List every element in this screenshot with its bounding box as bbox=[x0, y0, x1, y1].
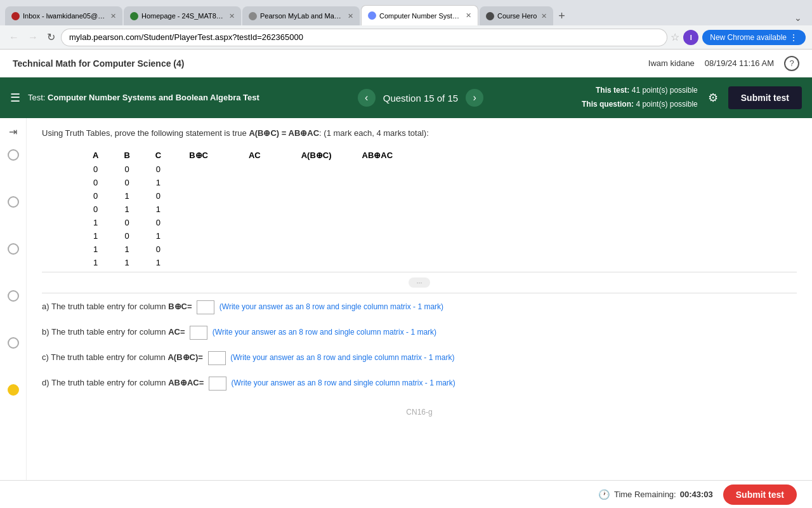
radio-3[interactable] bbox=[8, 243, 19, 255]
table-cell bbox=[286, 256, 347, 269]
browser-chrome: Inbox - lwamkidane05@gm... ✕ Homepage - … bbox=[0, 0, 812, 25]
back-button[interactable]: ← bbox=[6, 30, 22, 44]
tab-mat-close[interactable]: ✕ bbox=[229, 12, 235, 20]
question-points-value: 4 point(s) possible bbox=[636, 100, 697, 109]
table-cell bbox=[347, 189, 409, 203]
table-cell: 0 bbox=[111, 229, 142, 243]
content-area: Using Truth Tables, prove the following … bbox=[27, 118, 812, 480]
table-cell bbox=[347, 203, 409, 216]
part-d-col: AB⊕AC= bbox=[168, 378, 204, 387]
test-header-left: ☰ Test: Computer Number Systems and Bool… bbox=[10, 91, 259, 105]
new-tab-button[interactable]: + bbox=[554, 8, 569, 24]
table-cell bbox=[174, 216, 223, 229]
radio-4[interactable] bbox=[8, 290, 19, 302]
col-ac: AC bbox=[223, 148, 286, 163]
tab-course-hero[interactable]: Course Hero ✕ bbox=[480, 6, 553, 25]
part-c-hint: (Write your answer as an 8 row and singl… bbox=[230, 353, 454, 362]
tab-course-hero-label: Course Hero bbox=[497, 12, 537, 20]
table-divider[interactable]: ··· bbox=[42, 272, 797, 293]
tab-mat[interactable]: Homepage - 24S_MAT800... ✕ bbox=[124, 6, 241, 25]
footer-code: CN16-g bbox=[406, 408, 432, 417]
app-header: Technical Math for Computer Science (4) … bbox=[0, 50, 812, 77]
part-d-input[interactable] bbox=[209, 377, 226, 391]
part-a-label: a) The truth table entry for column bbox=[42, 302, 168, 311]
table-cell bbox=[347, 229, 409, 243]
submit-final-button[interactable]: Submit test bbox=[723, 485, 797, 505]
tab-computer-num-label: Computer Number Systems bbox=[379, 12, 461, 20]
question-points-label: This question: bbox=[582, 100, 634, 109]
table-cell: 0 bbox=[111, 163, 142, 176]
bookmark-button[interactable]: ☆ bbox=[671, 31, 679, 43]
submit-test-header-button[interactable]: Submit test bbox=[728, 86, 802, 109]
table-cell bbox=[286, 216, 347, 229]
chrome-update-label: New Chrome available bbox=[710, 33, 787, 42]
table-cell bbox=[223, 243, 286, 256]
part-a-hint: (Write your answer as an 8 row and singl… bbox=[219, 302, 443, 311]
sidebar: ⇥ bbox=[0, 118, 27, 480]
profile-avatar[interactable]: I bbox=[683, 30, 698, 45]
tab-course-hero-close[interactable]: ✕ bbox=[541, 12, 547, 20]
prev-question-button[interactable]: ‹ bbox=[358, 89, 376, 107]
part-c-input[interactable] bbox=[208, 351, 226, 365]
answer-section-b: b) The truth table entry for column AC= … bbox=[42, 324, 797, 340]
part-b-hint: (Write your answer as an 8 row and singl… bbox=[213, 328, 436, 337]
time-remaining-label: Time Remaining: bbox=[614, 490, 676, 499]
forward-button[interactable]: → bbox=[25, 30, 41, 44]
table-row: 011 bbox=[80, 203, 408, 216]
table-cell bbox=[174, 203, 223, 216]
answer-section-d: d) The truth table entry for column AB⊕A… bbox=[42, 375, 797, 391]
table-row: 010 bbox=[80, 189, 408, 203]
col-bxorc: B⊕C bbox=[174, 148, 223, 163]
radio-5[interactable] bbox=[8, 337, 19, 349]
tab-pearson-mylab[interactable]: Pearson MyLab and Master... ✕ bbox=[242, 6, 360, 25]
tab-mat-label: Homepage - 24S_MAT800... bbox=[141, 12, 225, 20]
menu-button[interactable]: ☰ bbox=[10, 91, 20, 105]
tab-pearson-mylab-label: Pearson MyLab and Master... bbox=[260, 12, 343, 20]
time-value: 00:43:03 bbox=[680, 490, 713, 499]
radio-6-yellow[interactable] bbox=[8, 384, 19, 396]
table-cell: 1 bbox=[111, 189, 142, 203]
table-cell: 0 bbox=[80, 163, 111, 176]
part-b-col: AC= bbox=[168, 327, 185, 337]
table-cell bbox=[223, 216, 286, 229]
table-cell bbox=[286, 229, 347, 243]
table-cell bbox=[174, 229, 223, 243]
col-c: C bbox=[143, 148, 174, 163]
table-cell bbox=[174, 256, 223, 269]
table-cell: 1 bbox=[80, 229, 111, 243]
table-cell bbox=[286, 243, 347, 256]
chrome-update-button[interactable]: New Chrome available ⋮ bbox=[702, 30, 806, 45]
col-abxorac: AB⊕AC bbox=[347, 148, 409, 163]
tab-gmail[interactable]: Inbox - lwamkidane05@gm... ✕ bbox=[5, 6, 122, 25]
part-a-col: B⊕C= bbox=[168, 302, 192, 311]
part-b-input[interactable] bbox=[190, 326, 207, 340]
help-button[interactable]: ? bbox=[784, 56, 799, 71]
question-instruction: Using Truth Tables, prove the following … bbox=[42, 128, 797, 138]
table-cell bbox=[174, 189, 223, 203]
next-question-button[interactable]: › bbox=[466, 89, 483, 107]
collapse-sidebar-button[interactable]: ⇥ bbox=[9, 126, 17, 138]
tab-computer-num[interactable]: Computer Number Systems ✕ bbox=[361, 5, 478, 25]
part-d-label: d) The truth table entry for column bbox=[42, 378, 168, 387]
main-body: ⇥ Using Truth Tables, prove the followin… bbox=[0, 118, 812, 480]
col-a: A bbox=[80, 148, 111, 163]
address-input[interactable] bbox=[62, 29, 667, 46]
part-a-input[interactable] bbox=[197, 300, 214, 314]
expand-button[interactable]: ··· bbox=[409, 277, 429, 288]
question-number: Question 15 of 15 bbox=[383, 93, 458, 104]
table-cell bbox=[174, 163, 223, 176]
settings-button[interactable]: ⚙ bbox=[708, 91, 718, 105]
reload-button[interactable]: ↻ bbox=[44, 30, 58, 44]
table-cell bbox=[223, 256, 286, 269]
radio-1[interactable] bbox=[8, 149, 19, 161]
answer-section-a: a) The truth table entry for column B⊕C=… bbox=[42, 298, 797, 315]
tab-computer-num-close[interactable]: ✕ bbox=[466, 11, 471, 20]
tab-pearson-mylab-close[interactable]: ✕ bbox=[348, 12, 353, 20]
tab-gmail-close[interactable]: ✕ bbox=[110, 12, 116, 20]
test-points-label: This test: bbox=[596, 86, 629, 95]
tab-overflow-button[interactable]: ⌄ bbox=[789, 11, 807, 24]
table-cell: 1 bbox=[80, 256, 111, 269]
radio-2[interactable] bbox=[8, 196, 19, 208]
bottom-bar: 🕐 Time Remaining: 00:43:03 Submit test bbox=[0, 480, 812, 508]
test-header-right: This test: 41 point(s) possible This que… bbox=[582, 84, 802, 111]
